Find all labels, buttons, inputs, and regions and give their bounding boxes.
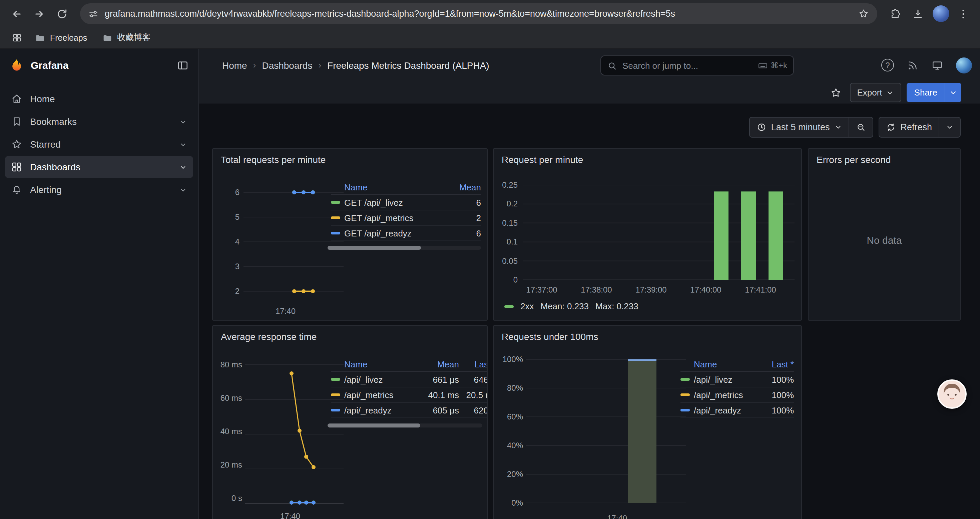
refresh-interval-caret[interactable] (939, 117, 961, 137)
help-icon[interactable]: ? (881, 59, 894, 72)
legend-row[interactable]: /api/_livez 661 μs 646 (331, 372, 488, 387)
sidebar-item-label: Starred (30, 139, 61, 150)
search-box[interactable]: ⌘+k (600, 56, 794, 75)
legend-header-mean[interactable]: Mean (418, 359, 459, 369)
legend-row[interactable]: /api/_readyz 100% (681, 403, 794, 418)
x-axis-label: 17:40 (526, 514, 708, 519)
legend-row[interactable]: /api/_readyz 605 μs 620 (331, 403, 488, 418)
downloads-button[interactable] (908, 4, 928, 24)
grafana-app: Grafana Home Bookmarks Starred (0, 49, 980, 519)
scrollbar-thumb[interactable] (328, 246, 421, 250)
extensions-button[interactable] (885, 4, 905, 24)
sidebar-item-label: Bookmarks (30, 116, 77, 127)
caret-down-icon (834, 124, 842, 131)
browser-toolbar (0, 0, 980, 27)
news-rss-icon[interactable] (907, 59, 919, 71)
sidebar-item-dashboards[interactable]: Dashboards (5, 156, 193, 178)
time-range-picker[interactable]: Last 5 minutes (749, 117, 849, 137)
legend-header-name[interactable]: Name (344, 359, 418, 369)
forward-button[interactable] (29, 4, 49, 24)
breadcrumb: Home › Dashboards › Freeleaps Metrics Da… (199, 60, 489, 70)
tune-icon[interactable] (88, 8, 99, 19)
panel-title[interactable]: Average response time (213, 326, 487, 343)
legend-header: Name Mean Las (331, 357, 488, 372)
legend-header-name[interactable]: Name (344, 182, 444, 192)
apps-shortcut[interactable] (8, 29, 25, 46)
collapse-sidebar-icon[interactable] (177, 59, 189, 71)
bookmark-star-icon[interactable] (858, 8, 869, 19)
legend-row[interactable]: /api/_metrics 40.1 ms 20.5 r (331, 387, 488, 403)
browser-menu-button[interactable] (953, 4, 973, 24)
grafana-logo-icon[interactable] (10, 58, 24, 72)
user-avatar[interactable] (956, 57, 972, 73)
y-axis: 65432 (215, 187, 240, 297)
legend-table: Name Mean Las /api/_livez 661 μs 646 (331, 357, 488, 418)
series-color-dash (504, 305, 514, 308)
share-button-caret[interactable] (945, 83, 961, 102)
under-100ms-plot[interactable] (526, 354, 686, 512)
legend-row[interactable]: GET /api/_metrics 2 (331, 211, 481, 226)
chevron-down-icon[interactable] (179, 185, 188, 194)
panel-request-per-minute: Request per minute 0.250.20.150.10.050 1… (493, 148, 802, 321)
series-color-dash (681, 378, 690, 381)
legend-header-name[interactable]: Name (694, 359, 759, 369)
scrollbar-thumb[interactable] (328, 423, 420, 428)
breadcrumb-home[interactable]: Home (222, 60, 247, 70)
legend-series[interactable]: 2xx (520, 301, 534, 311)
bookmarks-bar: Freeleaps 收藏博客 (0, 27, 980, 49)
forward-icon (33, 8, 45, 20)
monitor-icon[interactable] (931, 59, 943, 71)
search-input[interactable] (622, 61, 752, 70)
legend-scrollbar[interactable] (328, 423, 482, 428)
zoom-out-icon (856, 122, 865, 132)
total-requests-plot[interactable] (243, 187, 344, 298)
panel-title[interactable]: Total requests per minute (213, 149, 487, 166)
url-input[interactable] (105, 9, 852, 19)
browser-profile-button[interactable] (931, 4, 951, 24)
download-icon (912, 8, 924, 20)
screen: Freeleaps 收藏博客 Grafana Home (0, 0, 980, 519)
puzzle-icon (889, 8, 901, 20)
request-per-minute-plot[interactable] (523, 181, 795, 283)
sidebar-item-bookmarks[interactable]: Bookmarks (5, 111, 193, 132)
panel-title[interactable]: Request per minute (494, 149, 801, 166)
average-response-plot[interactable] (245, 359, 344, 509)
no-data-message: No data (808, 235, 960, 246)
sidebar-item-starred[interactable]: Starred (5, 134, 193, 155)
breadcrumb-current: Freeleaps Metrics Dashboard (ALPHA) (327, 60, 489, 70)
dashboard-canvas: Last 5 minutes Refresh (199, 104, 980, 519)
legend-header-mean[interactable]: Mean (444, 182, 481, 192)
share-button-main[interactable]: Share (907, 83, 945, 102)
bookmark-label: Freeleaps (50, 33, 87, 42)
legend-row[interactable]: /api/_metrics 100% (681, 387, 794, 403)
legend-row[interactable]: GET /api/_livez 6 (331, 195, 481, 211)
breadcrumb-dashboards[interactable]: Dashboards (262, 60, 312, 70)
sidebar-item-alerting[interactable]: Alerting (5, 179, 193, 200)
legend-row[interactable]: /api/_livez 100% (681, 372, 794, 387)
refresh-group: Refresh (878, 117, 961, 137)
chevron-down-icon[interactable] (179, 117, 188, 126)
refresh-button[interactable]: Refresh (878, 117, 939, 137)
chevron-down-icon[interactable] (179, 163, 188, 171)
bookmark-folder-freeleaps[interactable]: Freeleaps (29, 30, 92, 45)
panel-title[interactable]: Errors per second (808, 149, 960, 166)
legend-row[interactable]: GET /api/_readyz 6 (331, 226, 481, 241)
panel-errors-per-second: Errors per second No data (808, 148, 961, 321)
back-button[interactable] (7, 4, 27, 24)
legend-header-last[interactable]: Las (459, 359, 488, 369)
panel-total-requests: Total requests per minute 65432 17:40 Na… (212, 148, 488, 321)
sidebar-item-label: Dashboards (30, 162, 80, 172)
chevron-down-icon[interactable] (179, 140, 188, 149)
bookmark-folder-blogs[interactable]: 收藏博客 (96, 30, 156, 45)
panel-title[interactable]: Requests under 100ms (494, 326, 801, 343)
series-color-dash (331, 378, 340, 381)
favorite-star-icon[interactable] (830, 86, 842, 99)
address-bar[interactable] (80, 3, 877, 24)
reload-button[interactable] (52, 4, 72, 24)
legend-header-last[interactable]: Last * (759, 359, 794, 369)
sidebar-item-home[interactable]: Home (5, 88, 193, 110)
legend-scrollbar[interactable] (328, 246, 481, 250)
zoom-out-button[interactable] (849, 117, 873, 137)
assistant-avatar-overlay[interactable] (937, 379, 967, 409)
export-button[interactable]: Export (850, 83, 901, 102)
